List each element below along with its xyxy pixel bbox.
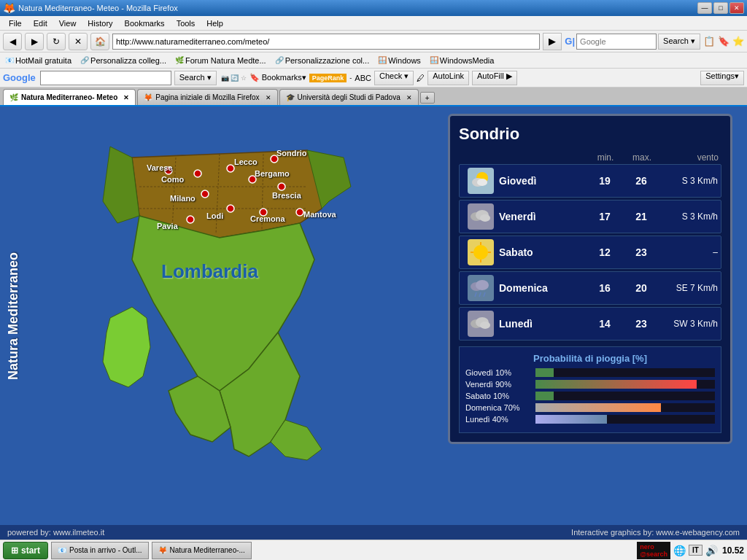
menu-history[interactable]: History	[82, 18, 118, 29]
nero-logo: nero@search	[637, 542, 670, 559]
nav-icon-1[interactable]: 📋	[703, 36, 715, 47]
rain-bar-container	[535, 380, 715, 389]
svg-point-11	[201, 190, 209, 198]
tab-icon: 🎓	[286, 93, 295, 101]
menu-bookmarks[interactable]: Bookmarks	[119, 18, 171, 29]
forecast-row-lunedi: Lunedì 14 23 SW 3 Km/h	[459, 307, 721, 341]
bookmarks-icon[interactable]: 🔖 Bookmarks▾	[249, 73, 306, 82]
wind-info: SW 3 Km/h	[659, 319, 718, 329]
max-temp: 20	[623, 282, 659, 294]
google-logo: Google	[3, 72, 36, 83]
close-button[interactable]: ✕	[729, 2, 744, 14]
max-temp: 23	[623, 246, 659, 258]
forecast-row-domenica: Domenica 16 20 SE 7 Km/h	[459, 271, 721, 305]
bookmark-personalizza[interactable]: 🔗 Personalizza colleg...	[78, 56, 169, 65]
nav-icon-2[interactable]: 🔖	[718, 36, 729, 47]
network-icon[interactable]: 🌐	[673, 545, 686, 556]
menu-view[interactable]: View	[53, 18, 82, 29]
svg-text:Lecco: Lecco	[234, 158, 258, 166]
rain-bar-container	[535, 415, 715, 424]
header-max: max.	[624, 152, 660, 163]
content-area: Natura Mediterraneo	[0, 106, 747, 525]
svg-text:Lombardia: Lombardia	[161, 260, 258, 282]
check-button[interactable]: Check ▾	[374, 71, 414, 85]
taskbar-right: nero@search 🌐 IT 🔊 10.52	[637, 542, 744, 559]
stop-button[interactable]: ✕	[69, 33, 88, 50]
maximize-button[interactable]: □	[713, 2, 728, 14]
window-title: Natura Mediterraneo- Meteo - Mozilla Fir…	[18, 4, 697, 12]
tab-label: Natura Mediterraneo- Meteo	[21, 93, 117, 101]
system-clock: 10.52	[722, 545, 744, 556]
tab-natura-meteo[interactable]: 🌿 Natura Mediterraneo- Meteo ✕	[3, 89, 136, 105]
tab-close-button[interactable]: ✕	[123, 94, 129, 101]
taskbar-outlook[interactable]: 📧 Posta in arrivo - Outl...	[51, 542, 148, 559]
tab-label: Università degli Studi di Padova	[298, 93, 400, 101]
tab-label: Pagina iniziale di Mozilla Firefox	[155, 93, 259, 101]
min-temp: 17	[587, 211, 623, 222]
weather-city: Sondrio	[459, 125, 721, 144]
min-temp: 14	[587, 318, 623, 330]
min-temp: 12	[587, 246, 623, 258]
window-controls: — □ ✕	[697, 2, 744, 14]
icon-cell	[462, 239, 499, 265]
back-button[interactable]: ◀	[3, 33, 22, 50]
sidebar-label: Natura Mediterraneo	[0, 106, 26, 525]
pagerank-button[interactable]: PageRank	[309, 74, 347, 82]
wind-info: S 3 Km/h	[659, 211, 718, 222]
weather-panel: Sondrio min. max. vento	[448, 114, 732, 444]
bookmark-windowsmedia[interactable]: 🪟 WindowsMedia	[427, 56, 497, 65]
settings-button[interactable]: Settings▾	[700, 71, 744, 85]
autolink-button[interactable]: AutoLink	[427, 71, 469, 85]
bookmark-forum[interactable]: 🌿 Forum Natura Medte...	[173, 56, 268, 65]
start-label: start	[21, 545, 40, 556]
google-search-input[interactable]	[40, 71, 171, 85]
map-area[interactable]: Lecco Sondrio Varese Como Bergamo Bresci…	[26, 106, 747, 525]
svg-text:Varese: Varese	[147, 163, 172, 172]
max-temp: 23	[623, 318, 659, 330]
day-name: Venerdì	[499, 211, 587, 222]
new-tab-button[interactable]: +	[420, 92, 435, 104]
menu-file[interactable]: File	[3, 18, 28, 29]
rain-label: Lunedì 40%	[465, 415, 531, 424]
day-name: Domenica	[499, 282, 587, 294]
day-name: Lunedì	[499, 318, 587, 330]
google-toolbar: Google Search ▾ 📷 🔄 ☆ 🔖 Bookmarks▾ PageR…	[0, 69, 747, 88]
weather-header: min. max. vento	[459, 151, 721, 164]
tab-close-button[interactable]: ✕	[406, 94, 412, 101]
forward-button[interactable]: ▶	[25, 33, 44, 50]
svg-point-46	[480, 322, 490, 329]
home-button[interactable]: 🏠	[90, 33, 109, 50]
go-button[interactable]: ▶	[543, 33, 562, 50]
nav-icon-3[interactable]: ⭐	[732, 36, 744, 47]
menu-help[interactable]: Help	[201, 18, 229, 29]
volume-icon[interactable]: 🔊	[705, 545, 718, 556]
tab-firefox-home[interactable]: 🦊 Pagina iniziale di Mozilla Firefox ✕	[137, 89, 277, 105]
taskbar-firefox[interactable]: 🦊 Natura Mediterraneo-...	[152, 542, 252, 559]
rain-label: Domenica 70%	[465, 403, 531, 412]
lang-indicator: IT	[689, 545, 703, 556]
rain-bar	[535, 368, 554, 377]
svg-point-12	[227, 205, 234, 212]
min-temp: 19	[587, 175, 623, 187]
svg-point-40	[476, 280, 489, 290]
svg-text:Cremona: Cremona	[250, 214, 286, 223]
search-input[interactable]	[576, 34, 657, 50]
rain-label: Sabato 10%	[465, 392, 531, 400]
tab-close-button[interactable]: ✕	[266, 94, 271, 101]
bookmark-windows[interactable]: 🪟 Windows	[376, 56, 423, 65]
google-search-button[interactable]: Search ▾	[174, 71, 217, 85]
url-bar[interactable]	[112, 34, 540, 50]
autofill-button[interactable]: AutoFill ▶	[472, 71, 517, 85]
refresh-button[interactable]: ↻	[47, 33, 66, 50]
forecast-row-sabato: Sabato 12 23 –	[459, 236, 721, 269]
search-button[interactable]: Search ▾	[658, 34, 700, 50]
menu-edit[interactable]: Edit	[28, 18, 53, 29]
rain-bar	[535, 380, 697, 389]
bookmark-hotmail[interactable]: 📧 HotMail gratuita	[3, 56, 74, 65]
bookmark-personalizzazione[interactable]: 🔗 Personalizzazione col...	[273, 56, 372, 65]
start-button[interactable]: ⊞ start	[3, 542, 48, 559]
minimize-button[interactable]: —	[697, 2, 712, 14]
tab-padova[interactable]: 🎓 Università degli Studi di Padova ✕	[279, 89, 419, 105]
menu-tools[interactable]: Tools	[171, 18, 201, 29]
tab-icon: 🌿	[9, 93, 18, 101]
